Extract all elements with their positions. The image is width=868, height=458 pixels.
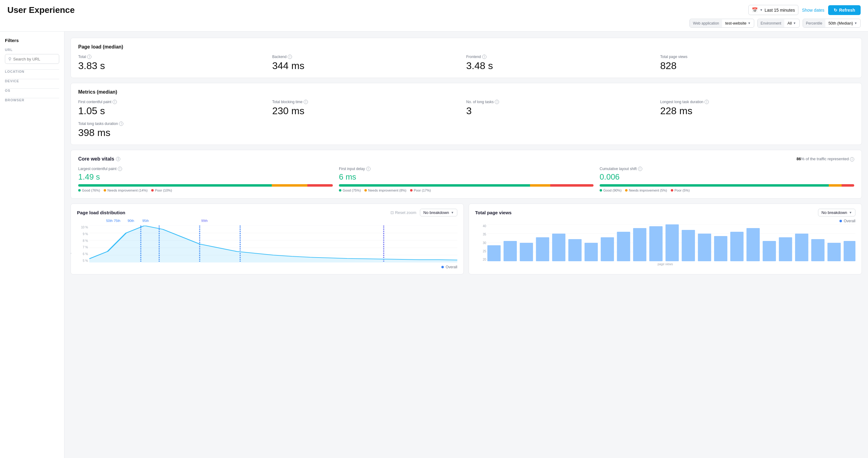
web-app-label: Web application [690, 19, 722, 27]
device-filter-section: DEVICE [5, 79, 59, 83]
page-load-dist-title: Page load distribution [77, 210, 125, 215]
time-range-selector[interactable]: 📅 ▼ Last 15 minutes [748, 5, 798, 15]
environment-filter[interactable]: Environment All ▼ [757, 19, 800, 28]
percentile-value[interactable]: 50th (Median) ▼ [825, 19, 860, 27]
info-icon[interactable]: i [705, 100, 709, 104]
info-icon[interactable]: i [482, 55, 487, 59]
reset-zoom-button[interactable]: ⊡ Reset zoom [391, 210, 416, 215]
search-icon: ⚲ [8, 56, 11, 61]
percentile-filter[interactable]: Percentile 50th (Median) ▼ [803, 19, 861, 28]
web-app-value[interactable]: test-website ▼ [722, 19, 753, 27]
env-label: Environment [757, 19, 784, 27]
cwv-card: Core web vitals i 86% of the traffic rep… [70, 150, 862, 199]
fcp-label: First contentful paint i [78, 100, 266, 104]
svg-rect-17 [536, 237, 549, 261]
breakdown-label: No breakdown [423, 210, 449, 215]
url-filter-label: URL [5, 48, 59, 52]
svg-rect-16 [520, 243, 533, 261]
overall-legend: Overall [441, 265, 457, 269]
chevron-down-icon: ▼ [748, 22, 751, 25]
legend-item: Needs improvement (8%) [364, 189, 406, 192]
fcp-value: 1.05 s [78, 105, 266, 117]
cls-legend: Good (90%) Needs improvement (5%) Poor (… [600, 189, 854, 192]
total-long-tasks-label: Total long tasks duration i [78, 121, 848, 126]
url-search-box[interactable]: ⚲ [5, 54, 59, 64]
fid-needs-bar [530, 184, 550, 187]
info-icon[interactable]: i [288, 55, 292, 59]
info-icon[interactable]: i [119, 121, 123, 126]
y-axis: 40 35 30 25 20 [475, 224, 486, 261]
cls-value: 0.006 [600, 172, 854, 182]
info-icon[interactable]: i [304, 100, 308, 104]
percentile-label: Percentile [803, 19, 825, 27]
long-tasks-value: 3 [466, 105, 654, 117]
breakdown-label: No breakdown [822, 210, 847, 215]
refresh-button[interactable]: ↻ Refresh [828, 5, 861, 15]
metrics-grid: First contentful paint i 1.05 s Total bl… [78, 100, 854, 117]
reset-zoom-icon: ⊡ [391, 210, 394, 215]
longest-task-value: 228 ms [660, 105, 848, 117]
url-search-input[interactable] [13, 57, 56, 61]
tbt-value: 230 ms [272, 105, 460, 117]
info-icon[interactable]: i [366, 167, 371, 171]
page-title: User Experience [7, 5, 74, 15]
legend-item: Needs improvement (14%) [104, 189, 148, 192]
fid-legend: Good (75%) Needs improvement (8%) Poor (… [339, 189, 593, 192]
filters-title: Filters [5, 38, 59, 43]
pct-90th-label: 90th [128, 219, 134, 223]
y-axis: 10 % 9 % 8 % 7 % 6 % 5 % [77, 226, 88, 262]
page-load-card: Page load (median) Total i 3.83 s Backen… [70, 38, 862, 78]
chevron-down-icon: ▼ [854, 22, 857, 25]
svg-rect-18 [552, 234, 565, 261]
info-icon[interactable]: i [116, 157, 120, 161]
backend-label: Backend i [272, 55, 460, 59]
web-app-filter[interactable]: Web application test-website ▼ [689, 19, 754, 28]
fid-good-bar [339, 184, 530, 187]
lcp-needs-bar [272, 184, 307, 187]
svg-rect-29 [730, 232, 743, 261]
overall-label: Overall [844, 219, 856, 223]
page-load-metrics: Total i 3.83 s Backend i 344 ms Frontend [78, 55, 854, 71]
info-icon[interactable]: i [87, 55, 91, 59]
top-header: User Experience 📅 ▼ Last 15 minutes Show… [0, 0, 868, 32]
frontend-metric: Frontend i 3.48 s [466, 55, 660, 71]
total-long-tasks-value: 398 ms [78, 127, 848, 138]
sidebar: Filters URL ⚲ LOCATION DEVICE OS BROWSER [0, 32, 64, 458]
cwv-header: Core web vitals i 86% of the traffic rep… [78, 156, 854, 162]
info-icon[interactable]: i [113, 100, 117, 104]
info-icon[interactable]: i [118, 167, 122, 171]
chevron-down-icon: ▼ [760, 8, 763, 12]
frontend-value: 3.48 s [466, 60, 654, 71]
long-tasks-label: No. of long tasks i [466, 100, 654, 104]
good-dot [339, 189, 341, 192]
good-dot [78, 189, 81, 192]
url-filter-section: URL ⚲ [5, 48, 59, 64]
fid-item: First input delay i 6 ms Good (75%) [339, 167, 593, 192]
refresh-label: Refresh [839, 8, 855, 12]
svg-rect-26 [682, 230, 695, 261]
info-icon[interactable]: i [638, 167, 642, 171]
env-value[interactable]: All ▼ [784, 19, 799, 27]
total-value: 3.83 s [78, 60, 266, 71]
legend-item: Needs improvement (5%) [625, 189, 667, 192]
page-load-dist-header: Page load distribution ⊡ Reset zoom No b… [77, 209, 457, 217]
fcp-metric: First contentful paint i 1.05 s [78, 100, 272, 117]
breakdown-selector[interactable]: No breakdown ▼ [420, 209, 457, 217]
show-dates-link[interactable]: Show dates [802, 8, 825, 12]
good-dot [600, 189, 602, 192]
reset-zoom-label: Reset zoom [395, 210, 416, 215]
svg-rect-24 [649, 226, 662, 261]
charts-row: Page load distribution ⊡ Reset zoom No b… [70, 203, 862, 275]
info-icon[interactable]: i [495, 100, 499, 104]
tbt-metric: Total blocking time i 230 ms [272, 100, 466, 117]
lcp-item: Largest contentful paint i 1.49 s Good (… [78, 167, 333, 192]
legend-item: Poor (5%) [671, 189, 690, 192]
svg-rect-34 [811, 239, 825, 261]
svg-rect-20 [585, 243, 598, 261]
cls-item: Cumulative layout shift i 0.006 Good (90… [600, 167, 854, 192]
breakdown-selector[interactable]: No breakdown ▼ [818, 209, 856, 217]
lcp-legend: Good (76%) Needs improvement (14%) Poor … [78, 189, 333, 192]
poor-dot [410, 189, 412, 192]
info-icon[interactable]: i [850, 157, 854, 162]
cwv-grid: Largest contentful paint i 1.49 s Good (… [78, 167, 854, 192]
